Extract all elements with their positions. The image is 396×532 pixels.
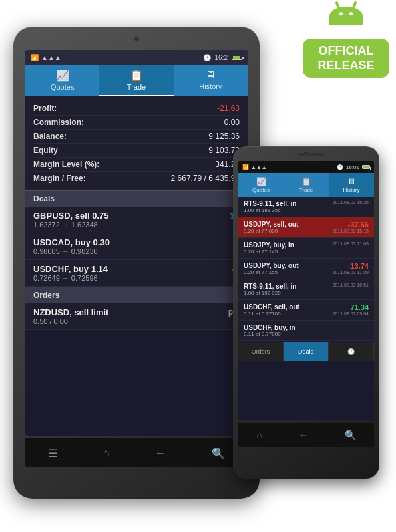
phi-usdchf-out-title: USDCHF, sell, out — [244, 303, 299, 311]
phi-usdjpy-in-sub: 0.20 at 77.145 — [244, 249, 294, 255]
phone-nav: ⌂ ← 🔍 — [238, 423, 374, 447]
account-row-margin-free: Margin / Free: 2 667.79 / 6 435.94 — [33, 172, 240, 185]
phone-bottom-orders[interactable]: Orders — [238, 342, 284, 361]
android-eyes — [339, 12, 353, 15]
account-row-commission: Commission: 0.00 — [33, 116, 240, 130]
phi-usdjpy-in-title: USDJPY, buy, in — [244, 241, 294, 249]
deal-usdchf-title: USDCHF, buy 1.14 — [33, 264, 108, 274]
android-eye-left — [339, 12, 343, 15]
phone-trade-icon: 📋 — [301, 177, 311, 186]
phi-usdchf-out-sub: 0.11 at 0.77100 — [244, 311, 299, 317]
commission-value: 0.00 — [224, 118, 240, 127]
nav-back-icon[interactable]: ← — [155, 447, 166, 459]
tab-quotes[interactable]: 📈 Quotes — [25, 65, 99, 96]
tablet-device: 📶 ▲▲▲ 🕐 16:2 📈 Quotes 📋 Trade — [13, 27, 260, 499]
account-row-balance: Balance: 9 125.36 — [33, 130, 240, 144]
phone-quotes-icon: 📈 — [256, 177, 266, 186]
profit-label: Profit: — [33, 104, 57, 113]
tab-quotes-label: Quotes — [51, 83, 74, 91]
profit-value: -21.63 — [217, 104, 240, 113]
android-eye-right — [349, 12, 353, 15]
phone-history-usdjpy-buyout: USDJPY, buy, out 0.20 at 77.155 -13.74 2… — [238, 259, 374, 279]
official-release-badge: OFFICIAL RELEASE — [303, 7, 389, 86]
phi-rts1-title: RTS-9.11, sell, in — [244, 200, 296, 207]
orders-header: Orders — [25, 287, 248, 303]
trade-icon: 📋 — [130, 69, 143, 82]
account-row-equity: Equity 9 103.73 — [33, 144, 240, 158]
phi-usdchf-out-value: 71.34 — [333, 303, 369, 311]
phi-usdjpy-out-title: USDJPY, sell, out — [244, 221, 298, 228]
deals-tab-label: Deals — [298, 348, 313, 355]
clock-tab-icon: 🕐 — [347, 348, 355, 355]
tab-trade-label: Trade — [127, 83, 146, 91]
phi-usdjpy-out-sub: 0.20 at 77.000 — [244, 228, 298, 234]
deal-usdcad-subtitle: 0.98085 → 0.98230 — [33, 247, 110, 255]
phone-bottom-clock[interactable]: 🕐 — [329, 342, 374, 361]
signal-bars: ▲▲▲ — [41, 54, 61, 61]
phi-usdchf-in-title: USDCHF, buy, in — [244, 324, 296, 331]
wifi-icon: 📶 — [31, 54, 39, 61]
order-nzdusd-title: NZDUSD, sell limit — [33, 307, 108, 317]
phone-status-bar: 📶 ▲▲▲ 🕐 16:01 — [238, 161, 374, 173]
commission-label: Commission: — [33, 118, 84, 127]
phone-nav-back[interactable]: ← — [299, 430, 308, 440]
tab-trade[interactable]: 📋 Trade — [99, 65, 173, 96]
phone-tab-trade[interactable]: 📋 Trade — [284, 173, 329, 197]
nav-menu-icon[interactable]: ☰ — [48, 447, 57, 460]
phi-usdjpy-buyout-sub: 0.20 at 77.155 — [244, 269, 299, 275]
deals-header: Deals — [25, 190, 248, 207]
order-item-nzdusd: NZDUSD, sell limit 0.50 / 0.00 pla — [25, 303, 248, 330]
phone-trade-label: Trade — [299, 187, 313, 193]
phi-usdjpy-in-date: 2011.08.03 11:09 — [333, 241, 369, 246]
tablet-bottom-nav: ☰ ⌂ ← 🔍 — [25, 438, 248, 467]
phone-nav-search[interactable]: 🔍 — [345, 430, 356, 440]
orders-tab-label: Orders — [252, 348, 270, 355]
phi-rts1-date: 2011.08.03 16:26 — [333, 200, 369, 205]
phone-bottom-tabs: Orders Deals 🕐 — [238, 342, 374, 361]
margin-level-label: Margin Level (%): — [33, 160, 99, 169]
equity-label: Equity — [33, 146, 58, 155]
phone-history-usdchf-out: USDCHF, sell, out 0.11 at 0.77100 71.34 … — [238, 300, 374, 321]
phone-speaker — [298, 153, 325, 156]
phi-rts2-date: 2011.08.03 10:51 — [333, 283, 369, 287]
history-icon: 🖥 — [205, 69, 216, 81]
phone-history-usdjpy-in: USDJPY, buy, in 0.20 at 77.145 2011.08.0… — [238, 238, 374, 259]
account-row-profit: Profit: -21.63 — [33, 102, 240, 116]
phone-signal: ▲▲▲ — [251, 164, 267, 170]
phi-rts1-sub: 1.00 at 189 355 — [244, 207, 296, 213]
phi-usdjpy-out-date: 2011.08.03 15:15 — [333, 229, 369, 233]
phone-tab-bar: 📈 Quotes 📋 Trade 🖥 History — [238, 173, 374, 197]
phi-usdchf-in-sub: 0.11 at 0.77000 — [244, 331, 296, 337]
phone-history-usdjpy-out: USDJPY, sell, out 0.20 at 77.000 -37.66 … — [238, 217, 374, 238]
account-row-margin-level: Margin Level (%): 341.25 — [33, 158, 240, 172]
tablet-tab-bar: 📈 Quotes 📋 Trade 🖥 History — [25, 65, 248, 96]
phone-tab-history[interactable]: 🖥 History — [329, 173, 374, 197]
margin-free-label: Margin / Free: — [33, 174, 86, 183]
deal-item-usdchf: USDCHF, buy 1.14 0.72649 → 0.72596 -8 — [25, 260, 248, 287]
phone-battery — [362, 165, 370, 169]
balance-label: Balance: — [33, 132, 67, 141]
phone-nav-home[interactable]: ⌂ — [256, 430, 262, 440]
phi-usdjpy-buyout-date: 2011.08.03 11:09 — [333, 270, 369, 275]
badge-text: OFFICIAL RELEASE — [303, 39, 389, 78]
tablet-screen: 📶 ▲▲▲ 🕐 16:2 📈 Quotes 📋 Trade — [25, 50, 248, 436]
badge-line2: RELEASE — [309, 59, 383, 73]
phone-clock-icon: 🕐 — [337, 164, 343, 170]
phi-rts2-title: RTS-9.11, sell, in — [244, 283, 296, 290]
phone-quotes-label: Quotes — [252, 187, 270, 193]
phone-bottom-deals[interactable]: Deals — [284, 342, 329, 361]
phi-rts2-sub: 1.00 at 192 920 — [244, 290, 296, 296]
phone-tab-quotes[interactable]: 📈 Quotes — [238, 173, 284, 197]
phone-wifi-icon: 📶 — [242, 164, 249, 170]
badge-line1: OFFICIAL — [309, 44, 383, 59]
deal-usdchf-subtitle: 0.72649 → 0.72596 — [33, 274, 108, 282]
tablet-status-bar: 📶 ▲▲▲ 🕐 16:2 — [25, 50, 248, 65]
nav-search-icon[interactable]: 🔍 — [212, 447, 225, 460]
phone-screen: 📶 ▲▲▲ 🕐 16:01 📈 Quotes 📋 Trade — [238, 161, 374, 420]
margin-free-value: 2 667.79 / 6 435.94 — [171, 174, 240, 183]
phi-usdchf-out-date: 2011.08.03 09:04 — [333, 311, 369, 316]
nav-home-icon[interactable]: ⌂ — [103, 447, 110, 459]
tab-history[interactable]: 🖥 History — [174, 65, 248, 96]
phone-history-icon: 🖥 — [347, 177, 355, 186]
order-nzdusd-subtitle: 0.50 / 0.00 — [33, 317, 108, 325]
